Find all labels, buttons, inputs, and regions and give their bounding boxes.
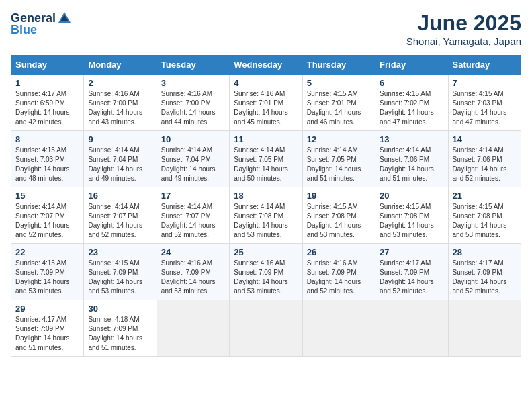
- table-row: 28 Sunrise: 4:17 AM Sunset: 7:09 PM Dayl…: [448, 244, 521, 300]
- logo-icon: [57, 11, 72, 26]
- table-row: 2 Sunrise: 4:16 AM Sunset: 7:00 PM Dayli…: [84, 75, 157, 131]
- table-row: 9 Sunrise: 4:14 AM Sunset: 7:04 PM Dayli…: [84, 131, 157, 187]
- day-info: Sunrise: 4:17 AM Sunset: 7:09 PM Dayligh…: [15, 315, 79, 353]
- table-row: 27 Sunrise: 4:17 AM Sunset: 7:09 PM Dayl…: [375, 244, 448, 300]
- day-info: Sunrise: 4:17 AM Sunset: 7:09 PM Dayligh…: [453, 259, 517, 296]
- day-number: 2: [88, 78, 152, 88]
- header-thursday: Thursday: [302, 56, 375, 75]
- day-number: 5: [307, 78, 371, 88]
- day-number: 24: [161, 247, 225, 257]
- table-row: 17 Sunrise: 4:14 AM Sunset: 7:07 PM Dayl…: [157, 187, 229, 244]
- calendar-subtitle: Shonai, Yamagata, Japan: [406, 36, 521, 47]
- table-row: 30 Sunrise: 4:18 AM Sunset: 7:09 PM Dayl…: [84, 300, 157, 357]
- table-row: 24 Sunrise: 4:16 AM Sunset: 7:09 PM Dayl…: [157, 244, 229, 300]
- day-number: 10: [161, 134, 225, 144]
- table-row: 21 Sunrise: 4:15 AM Sunset: 7:08 PM Dayl…: [448, 187, 521, 244]
- table-row: 20 Sunrise: 4:15 AM Sunset: 7:08 PM Dayl…: [375, 187, 448, 244]
- day-info: Sunrise: 4:16 AM Sunset: 7:01 PM Dayligh…: [234, 89, 298, 127]
- day-info: Sunrise: 4:15 AM Sunset: 7:08 PM Dayligh…: [307, 202, 371, 240]
- day-number: 21: [453, 191, 517, 201]
- calendar-week-row: 22 Sunrise: 4:15 AM Sunset: 7:09 PM Dayl…: [11, 244, 521, 300]
- header-wednesday: Wednesday: [230, 56, 302, 75]
- calendar-week-row: 29 Sunrise: 4:17 AM Sunset: 7:09 PM Dayl…: [11, 300, 521, 357]
- table-row: 22 Sunrise: 4:15 AM Sunset: 7:09 PM Dayl…: [11, 244, 84, 300]
- day-number: 29: [15, 304, 79, 314]
- table-row: 16 Sunrise: 4:14 AM Sunset: 7:07 PM Dayl…: [84, 187, 157, 244]
- table-row: 7 Sunrise: 4:15 AM Sunset: 7:03 PM Dayli…: [448, 75, 521, 131]
- table-row: [157, 300, 229, 357]
- table-row: 23 Sunrise: 4:15 AM Sunset: 7:09 PM Dayl…: [84, 244, 157, 300]
- day-number: 28: [453, 247, 517, 257]
- day-info: Sunrise: 4:17 AM Sunset: 7:09 PM Dayligh…: [380, 259, 443, 296]
- calendar-title: June 2025: [406, 11, 521, 36]
- day-number: 7: [453, 78, 517, 88]
- day-info: Sunrise: 4:14 AM Sunset: 7:05 PM Dayligh…: [234, 146, 298, 183]
- table-row: [448, 300, 521, 357]
- day-info: Sunrise: 4:16 AM Sunset: 7:09 PM Dayligh…: [161, 259, 225, 296]
- day-info: Sunrise: 4:16 AM Sunset: 7:00 PM Dayligh…: [88, 89, 152, 127]
- table-row: 5 Sunrise: 4:15 AM Sunset: 7:01 PM Dayli…: [302, 75, 375, 131]
- day-number: 22: [15, 247, 79, 257]
- table-row: 8 Sunrise: 4:15 AM Sunset: 7:03 PM Dayli…: [11, 131, 84, 187]
- day-number: 20: [380, 191, 443, 201]
- day-number: 17: [161, 191, 225, 201]
- table-row: 18 Sunrise: 4:14 AM Sunset: 7:08 PM Dayl…: [230, 187, 302, 244]
- day-info: Sunrise: 4:14 AM Sunset: 7:06 PM Dayligh…: [453, 146, 517, 183]
- calendar-table: Sunday Monday Tuesday Wednesday Thursday…: [11, 55, 521, 357]
- header-friday: Friday: [375, 56, 448, 75]
- day-number: 9: [88, 134, 152, 144]
- day-info: Sunrise: 4:14 AM Sunset: 7:06 PM Dayligh…: [380, 146, 443, 183]
- day-number: 15: [15, 191, 79, 201]
- table-row: 29 Sunrise: 4:17 AM Sunset: 7:09 PM Dayl…: [11, 300, 84, 357]
- day-number: 4: [234, 78, 298, 88]
- day-info: Sunrise: 4:16 AM Sunset: 7:09 PM Dayligh…: [234, 259, 298, 296]
- day-info: Sunrise: 4:14 AM Sunset: 7:07 PM Dayligh…: [15, 202, 79, 240]
- calendar-week-row: 1 Sunrise: 4:17 AM Sunset: 6:59 PM Dayli…: [11, 75, 521, 131]
- day-number: 25: [234, 247, 298, 257]
- header-saturday: Saturday: [448, 56, 521, 75]
- table-row: 25 Sunrise: 4:16 AM Sunset: 7:09 PM Dayl…: [230, 244, 302, 300]
- day-info: Sunrise: 4:14 AM Sunset: 7:04 PM Dayligh…: [161, 146, 225, 183]
- day-info: Sunrise: 4:14 AM Sunset: 7:07 PM Dayligh…: [161, 202, 225, 240]
- table-row: [302, 300, 375, 357]
- day-number: 11: [234, 134, 298, 144]
- table-row: 10 Sunrise: 4:14 AM Sunset: 7:04 PM Dayl…: [157, 131, 229, 187]
- day-info: Sunrise: 4:15 AM Sunset: 7:03 PM Dayligh…: [15, 146, 79, 183]
- day-number: 23: [88, 247, 152, 257]
- header-tuesday: Tuesday: [157, 56, 229, 75]
- day-number: 18: [234, 191, 298, 201]
- day-info: Sunrise: 4:15 AM Sunset: 7:09 PM Dayligh…: [15, 259, 79, 296]
- day-info: Sunrise: 4:15 AM Sunset: 7:02 PM Dayligh…: [380, 89, 443, 127]
- day-info: Sunrise: 4:17 AM Sunset: 6:59 PM Dayligh…: [15, 89, 79, 127]
- page-header: General Blue June 2025 Shonai, Yamagata,…: [11, 11, 521, 47]
- day-number: 30: [88, 304, 152, 314]
- day-info: Sunrise: 4:14 AM Sunset: 7:08 PM Dayligh…: [234, 202, 298, 240]
- day-info: Sunrise: 4:14 AM Sunset: 7:05 PM Dayligh…: [307, 146, 371, 183]
- title-block: June 2025 Shonai, Yamagata, Japan: [406, 11, 521, 47]
- day-number: 6: [380, 78, 443, 88]
- table-row: 26 Sunrise: 4:16 AM Sunset: 7:09 PM Dayl…: [302, 244, 375, 300]
- logo: General Blue: [11, 11, 72, 37]
- day-number: 12: [307, 134, 371, 144]
- day-number: 1: [15, 78, 79, 88]
- calendar-header-row: Sunday Monday Tuesday Wednesday Thursday…: [11, 56, 521, 75]
- day-number: 3: [161, 78, 225, 88]
- day-number: 19: [307, 191, 371, 201]
- day-info: Sunrise: 4:18 AM Sunset: 7:09 PM Dayligh…: [88, 315, 152, 353]
- day-info: Sunrise: 4:15 AM Sunset: 7:08 PM Dayligh…: [453, 202, 517, 240]
- calendar-week-row: 15 Sunrise: 4:14 AM Sunset: 7:07 PM Dayl…: [11, 187, 521, 244]
- table-row: 12 Sunrise: 4:14 AM Sunset: 7:05 PM Dayl…: [302, 131, 375, 187]
- day-number: 16: [88, 191, 152, 201]
- day-info: Sunrise: 4:15 AM Sunset: 7:01 PM Dayligh…: [307, 89, 371, 127]
- table-row: 4 Sunrise: 4:16 AM Sunset: 7:01 PM Dayli…: [230, 75, 302, 131]
- table-row: 14 Sunrise: 4:14 AM Sunset: 7:06 PM Dayl…: [448, 131, 521, 187]
- day-info: Sunrise: 4:16 AM Sunset: 7:09 PM Dayligh…: [307, 259, 371, 296]
- calendar-week-row: 8 Sunrise: 4:15 AM Sunset: 7:03 PM Dayli…: [11, 131, 521, 187]
- day-number: 13: [380, 134, 443, 144]
- table-row: [375, 300, 448, 357]
- day-number: 14: [453, 134, 517, 144]
- table-row: 11 Sunrise: 4:14 AM Sunset: 7:05 PM Dayl…: [230, 131, 302, 187]
- day-info: Sunrise: 4:16 AM Sunset: 7:00 PM Dayligh…: [161, 89, 225, 127]
- table-row: 13 Sunrise: 4:14 AM Sunset: 7:06 PM Dayl…: [375, 131, 448, 187]
- table-row: 15 Sunrise: 4:14 AM Sunset: 7:07 PM Dayl…: [11, 187, 84, 244]
